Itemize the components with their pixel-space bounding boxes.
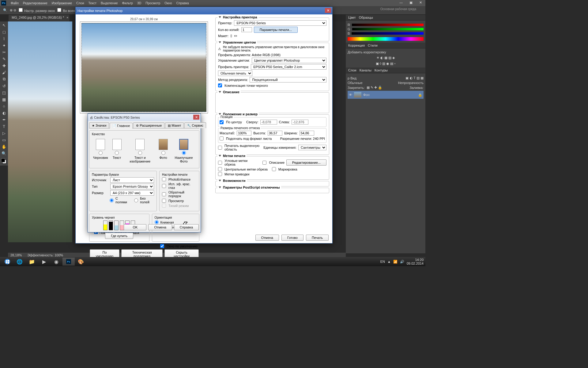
panel-color[interactable]: Цвет [348,16,356,19]
menu-3d[interactable]: 3D [135,1,143,5]
move-tool-icon[interactable]: ↖ [1,22,7,28]
eraser-tool-icon[interactable]: ◫ [1,90,7,96]
printer-select[interactable]: EPSON P50 Series [234,20,326,26]
tab-service[interactable]: 🔧 Сервис [184,122,206,128]
print-params-button[interactable]: Параметры печати... [254,27,298,33]
tab-advanced[interactable]: ⚙ Расширенные [133,122,164,128]
landscape-icon[interactable]: ▭ [234,34,237,38]
tab-icons[interactable]: ★ Значки [89,122,109,128]
redeye-checkbox[interactable] [162,184,166,188]
panel-corrections[interactable]: Коррекция [348,44,365,47]
tray-volume-icon[interactable]: 🔊 [400,260,404,264]
default-window-checkbox[interactable] [160,244,164,248]
marquee-tool-icon[interactable]: ◻ [1,29,7,35]
crop-tool-icon[interactable]: ✂ [1,49,7,55]
paint-icon[interactable]: 🎨 [75,258,87,266]
tab-layout[interactable]: ▤ Макет [165,122,184,128]
epson-cancel-button[interactable]: Отмена [148,224,172,230]
shape-tool-icon[interactable]: ▭ [1,137,7,143]
menu-select[interactable]: Выделение [99,1,120,5]
printer-profile-select[interactable]: EPSON P50 Series_Calibr 2.icm [251,64,326,70]
tray-clock[interactable]: 14:20 09.02.2014 [407,258,424,265]
quality-photo-radio[interactable] [161,151,165,155]
corner-marks-checkbox[interactable] [218,161,222,165]
print-done-button[interactable]: Готово [281,235,303,241]
brush-tool-icon[interactable]: 🖌 [1,69,7,75]
eye-icon[interactable]: 👁 [349,93,352,97]
photoshop-task-icon[interactable]: Ps [62,258,75,266]
eyedrop-tool-icon[interactable]: ✎ [1,56,7,62]
photoenhance-checkbox[interactable] [162,177,166,181]
g-slider[interactable] [352,28,424,30]
tray-network-icon[interactable]: 📶 [393,260,398,264]
close-tab-icon[interactable]: × [66,16,68,19]
center-marks-checkbox[interactable] [218,167,222,171]
menu-window[interactable]: Окно [162,1,174,5]
heal-tool-icon[interactable]: ✚ [1,63,7,69]
print-cancel-button[interactable]: Отмена [255,235,279,241]
color-management-select[interactable]: Цветом управляет Photoshop [252,58,326,63]
fit-media-checkbox[interactable] [220,136,224,140]
b-slider[interactable] [352,32,424,35]
quality-draft-radio[interactable] [99,151,103,155]
marking-checkbox[interactable] [272,167,276,171]
print-print-button[interactable]: Печать [306,235,329,241]
workspace-selector[interactable]: Основная рабочая среда [380,7,416,11]
preview-checkbox[interactable] [162,199,166,203]
type-tool-icon[interactable]: T [1,123,7,129]
r-slider[interactable] [352,24,424,26]
normal-print-select[interactable]: Обычная печать [218,71,252,76]
portrait-icon[interactable]: ▯ [230,34,232,38]
orient-portrait-radio[interactable] [155,220,159,224]
buy-ink-button[interactable]: Где купить [105,233,133,239]
zoom-tool-icon2[interactable]: 🔍 [1,150,7,156]
paper-source-select[interactable]: Лист [110,177,154,183]
menu-image[interactable]: Изображение [50,1,74,5]
menu-view[interactable]: Просмотр [143,1,162,5]
tray-lang[interactable]: EN [380,260,385,263]
copies-input[interactable] [241,27,252,32]
center-checkbox[interactable] [220,120,224,124]
panel-swatches[interactable]: Образцы [359,16,373,19]
zoom-tool-icon[interactable]: 🔍 [3,8,7,12]
menu-layers[interactable]: Слои [74,1,86,5]
quality-textimg-radio[interactable] [138,151,142,155]
paper-type-select[interactable]: Epson Premium Glossy [110,184,154,189]
app-close-icon[interactable]: ✕ [417,1,424,4]
panel-styles[interactable]: Стили [368,44,378,47]
menu-help[interactable]: Справка [174,1,191,5]
ie-icon[interactable]: 🌐 [13,258,26,266]
hue-strip[interactable] [348,37,424,41]
app-minimize-icon[interactable]: — [398,1,405,4]
media-icon[interactable]: ▶ [38,258,50,266]
explorer-icon[interactable]: 📁 [26,258,38,266]
epson-close-icon[interactable]: ✕ [193,115,199,120]
color-swatches[interactable] [1,158,7,165]
edit-marks-button[interactable]: Редактирование... [286,159,326,166]
height-input[interactable] [268,131,282,136]
tab-main[interactable]: 📄 Главное [110,123,133,128]
reg-marks-checkbox[interactable] [218,172,222,176]
panel-channels[interactable]: Каналы [360,68,371,72]
chrome-icon[interactable]: ◉ [50,258,62,266]
dodge-tool-icon[interactable]: ◐ [1,110,7,116]
menu-filter[interactable]: Фильтр [120,1,135,5]
with-margins-radio[interactable] [110,198,114,202]
stamp-tool-icon[interactable]: ⧉ [1,76,7,82]
document-tab[interactable]: MG_2490.jpg @ 28,2% (RGB/16) * × [9,15,70,21]
quality-best-radio[interactable] [182,151,186,155]
black-point-checkbox[interactable] [218,83,222,87]
pen-tool-icon[interactable]: ✒ [1,117,7,123]
panel-contours[interactable]: Контуры [375,68,388,72]
start-button[interactable] [1,258,13,266]
desc-checkbox[interactable] [262,161,266,165]
hand-tool-icon[interactable]: ✋ [1,144,7,150]
width-input[interactable] [300,131,314,136]
wand-tool-icon[interactable]: ✦ [1,42,7,48]
print-close-icon[interactable]: ✕ [325,8,331,13]
layer-background[interactable]: 👁 Фон 🔒 [348,91,424,99]
blur-tool-icon[interactable]: ○ [1,103,7,109]
no-margins-radio[interactable] [134,198,138,202]
panel-layers[interactable]: Слои [348,68,356,72]
paper-size-select[interactable]: A4 (210 x 297 мм) [110,190,154,196]
